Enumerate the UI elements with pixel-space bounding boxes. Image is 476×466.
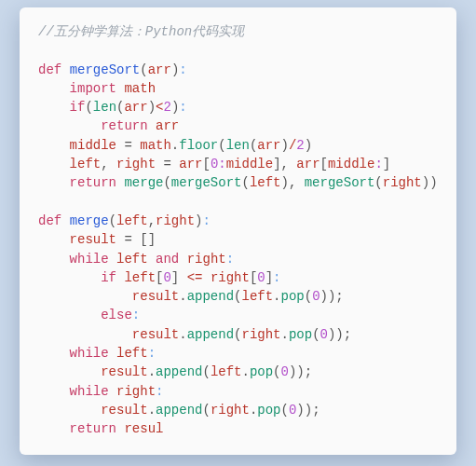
var-right: right xyxy=(116,157,156,171)
punct: . xyxy=(241,364,249,379)
empty-list: [] xyxy=(140,232,156,247)
var-arr: arr xyxy=(156,118,179,133)
punct: = xyxy=(156,157,179,171)
punct: ; xyxy=(305,364,312,379)
punct: . xyxy=(179,289,186,304)
punct: ) xyxy=(335,327,343,342)
kw-if: if xyxy=(70,100,86,115)
var-right: right xyxy=(116,384,156,399)
kw-return: return xyxy=(70,421,116,436)
op-lte: <= xyxy=(179,270,211,285)
var-left: left xyxy=(70,157,102,171)
num-0: 0 xyxy=(281,364,289,379)
punct: ] xyxy=(265,270,273,285)
num-2: 2 xyxy=(296,138,304,153)
punct: ( xyxy=(218,138,225,153)
punct: ) xyxy=(320,289,328,304)
punct: ) xyxy=(305,403,312,418)
num-0: 0 xyxy=(312,289,320,304)
mod-math: math xyxy=(124,81,156,96)
punct: ) xyxy=(148,100,156,115)
var-arr: arr xyxy=(296,157,320,171)
var-left: left xyxy=(211,364,242,379)
kw-def: def xyxy=(38,62,61,77)
builtin-len: len xyxy=(93,100,116,115)
punct: ( xyxy=(305,289,312,304)
var-arr: arr xyxy=(257,138,280,153)
builtin-len: len xyxy=(226,138,250,153)
punct: ) xyxy=(281,138,289,153)
kw-else: else xyxy=(101,308,132,322)
kw-return: return xyxy=(101,118,147,133)
kw-and: and xyxy=(156,252,179,267)
punct: ) xyxy=(296,364,304,379)
punct: . xyxy=(148,364,156,379)
punct: . xyxy=(179,327,186,342)
punct: ( xyxy=(202,403,210,418)
punct: , xyxy=(281,157,297,171)
punct: : xyxy=(132,308,140,322)
var-right: right xyxy=(211,403,250,418)
var-middle: middle xyxy=(70,138,116,153)
punct: ( xyxy=(281,403,289,418)
var-right: right xyxy=(211,270,250,285)
var-right: right xyxy=(241,327,280,342)
fn-append: append xyxy=(156,403,202,418)
kw-while: while xyxy=(70,346,109,361)
punct: . xyxy=(281,327,289,342)
var-resul: resul xyxy=(124,421,163,436)
num-2: 2 xyxy=(163,100,170,115)
fn-mergeSort: mergeSort xyxy=(70,62,141,77)
punct: : xyxy=(226,252,234,267)
var-result: result xyxy=(101,364,147,379)
slice-colon: : xyxy=(218,157,225,171)
fn-pop: pop xyxy=(257,403,280,418)
var-right: right xyxy=(187,252,226,267)
var-right: right xyxy=(156,213,195,228)
num-0: 0 xyxy=(257,270,265,285)
punct: . xyxy=(171,138,179,153)
punct: ) xyxy=(296,403,304,418)
kw-if: if xyxy=(101,270,116,285)
fn-append: append xyxy=(187,289,234,304)
punct: , xyxy=(148,213,156,228)
var-middle: middle xyxy=(328,157,374,171)
punct: ( xyxy=(312,327,320,342)
slice-colon: : xyxy=(374,157,382,171)
var-left: left xyxy=(116,346,148,361)
punct: ) xyxy=(305,138,312,153)
punct: : xyxy=(179,62,186,77)
kw-return: return xyxy=(70,175,116,190)
punct: [ xyxy=(202,157,210,171)
var-left: left xyxy=(116,213,148,228)
var-result: result xyxy=(132,289,179,304)
fn-pop: pop xyxy=(281,289,305,304)
punct: [ xyxy=(320,157,328,171)
var-left: left xyxy=(241,289,273,304)
punct: : xyxy=(202,213,210,228)
punct: . xyxy=(273,289,280,304)
var-result: result xyxy=(101,403,147,418)
kw-while: while xyxy=(70,252,109,267)
var-left: left xyxy=(250,175,281,190)
kw-while: while xyxy=(70,384,109,399)
mod-math: math xyxy=(140,138,171,153)
punct: : xyxy=(148,346,156,361)
punct: , xyxy=(101,157,116,171)
punct: : xyxy=(156,384,163,399)
var-result: result xyxy=(70,232,116,247)
code-card: //五分钟学算法：Python代码实现 def mergeSort(arr): … xyxy=(20,7,456,455)
punct: ( xyxy=(374,175,382,190)
num-0: 0 xyxy=(320,327,328,342)
punct: ; xyxy=(312,403,320,418)
punct: ) xyxy=(422,175,429,190)
punct: : xyxy=(273,270,280,285)
var-left: left xyxy=(124,270,156,285)
punct: ; xyxy=(335,289,343,304)
fn-merge: merge xyxy=(70,213,109,228)
num-0: 0 xyxy=(163,270,170,285)
punct: ) xyxy=(429,175,437,190)
punct: ( xyxy=(202,364,210,379)
punct: ; xyxy=(344,327,351,342)
punct: = xyxy=(116,138,140,153)
